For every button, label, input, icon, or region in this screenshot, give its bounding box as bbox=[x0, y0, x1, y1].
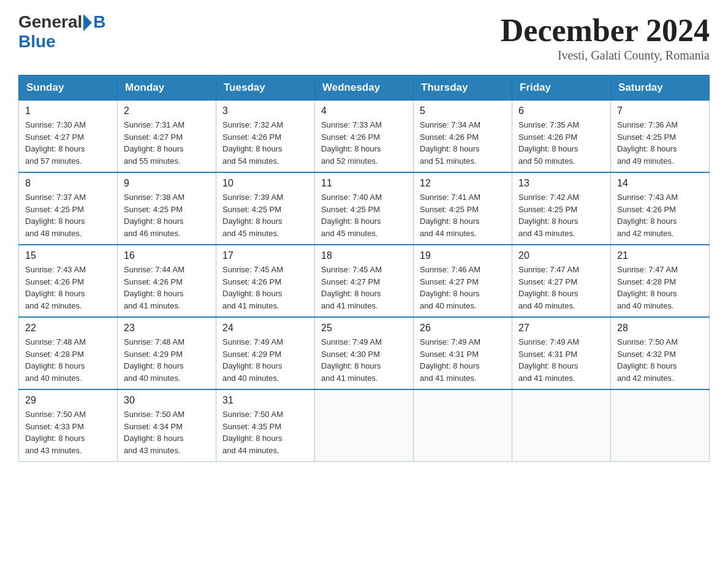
weekday-header: Thursday bbox=[414, 75, 512, 101]
calendar-cell: 7Sunrise: 7:36 AM Sunset: 4:25 PM Daylig… bbox=[611, 101, 710, 173]
weekday-header: Monday bbox=[118, 75, 216, 101]
calendar-week-row: 1Sunrise: 7:30 AM Sunset: 4:27 PM Daylig… bbox=[19, 101, 710, 173]
day-number: 21 bbox=[617, 250, 703, 261]
day-info: Sunrise: 7:50 AM Sunset: 4:32 PM Dayligh… bbox=[617, 336, 703, 384]
logo-blue-text: Blue bbox=[18, 32, 56, 51]
calendar-cell: 19Sunrise: 7:46 AM Sunset: 4:27 PM Dayli… bbox=[414, 245, 512, 317]
weekday-header: Sunday bbox=[19, 75, 118, 101]
calendar-cell: 21Sunrise: 7:47 AM Sunset: 4:28 PM Dayli… bbox=[611, 245, 710, 317]
weekday-header-row: SundayMondayTuesdayWednesdayThursdayFrid… bbox=[19, 75, 710, 101]
day-number: 13 bbox=[518, 178, 604, 189]
calendar-cell: 14Sunrise: 7:43 AM Sunset: 4:26 PM Dayli… bbox=[611, 172, 710, 245]
calendar-cell: 11Sunrise: 7:40 AM Sunset: 4:25 PM Dayli… bbox=[315, 172, 414, 245]
logo-general-text: General bbox=[18, 12, 82, 32]
calendar-cell: 18Sunrise: 7:45 AM Sunset: 4:27 PM Dayli… bbox=[315, 245, 414, 317]
location: Ivesti, Galati County, Romania bbox=[501, 48, 710, 63]
calendar-cell: 3Sunrise: 7:32 AM Sunset: 4:26 PM Daylig… bbox=[216, 101, 315, 173]
day-number: 27 bbox=[518, 323, 604, 334]
calendar-cell bbox=[512, 389, 611, 462]
day-info: Sunrise: 7:31 AM Sunset: 4:27 PM Dayligh… bbox=[124, 119, 210, 167]
day-info: Sunrise: 7:50 AM Sunset: 4:35 PM Dayligh… bbox=[222, 408, 308, 456]
calendar-cell: 8Sunrise: 7:37 AM Sunset: 4:25 PM Daylig… bbox=[19, 172, 118, 245]
day-info: Sunrise: 7:46 AM Sunset: 4:27 PM Dayligh… bbox=[420, 264, 506, 312]
logo-triangle-icon bbox=[83, 14, 92, 31]
day-number: 15 bbox=[25, 250, 111, 261]
day-number: 1 bbox=[25, 105, 111, 117]
day-number: 16 bbox=[124, 250, 210, 261]
day-info: Sunrise: 7:44 AM Sunset: 4:26 PM Dayligh… bbox=[124, 264, 210, 312]
day-info: Sunrise: 7:37 AM Sunset: 4:25 PM Dayligh… bbox=[25, 191, 111, 239]
day-info: Sunrise: 7:50 AM Sunset: 4:33 PM Dayligh… bbox=[25, 408, 111, 456]
day-number: 26 bbox=[420, 323, 506, 334]
day-info: Sunrise: 7:36 AM Sunset: 4:25 PM Dayligh… bbox=[617, 119, 703, 167]
calendar-cell: 26Sunrise: 7:49 AM Sunset: 4:31 PM Dayli… bbox=[414, 317, 512, 389]
day-info: Sunrise: 7:43 AM Sunset: 4:26 PM Dayligh… bbox=[25, 264, 111, 312]
day-number: 5 bbox=[420, 105, 506, 117]
day-info: Sunrise: 7:34 AM Sunset: 4:26 PM Dayligh… bbox=[420, 119, 506, 167]
calendar-cell: 2Sunrise: 7:31 AM Sunset: 4:27 PM Daylig… bbox=[118, 101, 216, 173]
calendar-cell: 20Sunrise: 7:47 AM Sunset: 4:27 PM Dayli… bbox=[512, 245, 611, 317]
weekday-header: Tuesday bbox=[216, 75, 315, 101]
calendar-cell: 17Sunrise: 7:45 AM Sunset: 4:26 PM Dayli… bbox=[216, 245, 315, 317]
day-info: Sunrise: 7:33 AM Sunset: 4:26 PM Dayligh… bbox=[321, 119, 407, 167]
day-number: 10 bbox=[222, 178, 308, 189]
calendar-cell bbox=[315, 389, 414, 462]
day-number: 6 bbox=[518, 105, 604, 117]
day-number: 19 bbox=[420, 250, 506, 261]
calendar-cell: 15Sunrise: 7:43 AM Sunset: 4:26 PM Dayli… bbox=[19, 245, 118, 317]
day-info: Sunrise: 7:47 AM Sunset: 4:27 PM Dayligh… bbox=[518, 264, 604, 312]
day-info: Sunrise: 7:38 AM Sunset: 4:25 PM Dayligh… bbox=[124, 191, 210, 239]
calendar-table: SundayMondayTuesdayWednesdayThursdayFrid… bbox=[18, 75, 710, 462]
logo: General B Blue bbox=[18, 12, 106, 52]
calendar-week-row: 29Sunrise: 7:50 AM Sunset: 4:33 PM Dayli… bbox=[19, 389, 710, 462]
calendar-cell: 16Sunrise: 7:44 AM Sunset: 4:26 PM Dayli… bbox=[118, 245, 216, 317]
day-info: Sunrise: 7:49 AM Sunset: 4:31 PM Dayligh… bbox=[518, 336, 604, 384]
calendar-cell: 30Sunrise: 7:50 AM Sunset: 4:34 PM Dayli… bbox=[118, 389, 216, 462]
day-number: 30 bbox=[124, 395, 210, 406]
day-info: Sunrise: 7:45 AM Sunset: 4:27 PM Dayligh… bbox=[321, 264, 407, 312]
day-number: 9 bbox=[124, 178, 210, 189]
calendar-cell bbox=[414, 389, 512, 462]
day-number: 3 bbox=[222, 105, 308, 117]
calendar-cell: 23Sunrise: 7:48 AM Sunset: 4:29 PM Dayli… bbox=[118, 317, 216, 389]
day-number: 11 bbox=[321, 178, 407, 189]
day-info: Sunrise: 7:50 AM Sunset: 4:34 PM Dayligh… bbox=[124, 408, 210, 456]
day-number: 7 bbox=[617, 105, 703, 117]
day-info: Sunrise: 7:39 AM Sunset: 4:25 PM Dayligh… bbox=[222, 191, 308, 239]
month-title: December 2024 bbox=[501, 12, 710, 48]
day-info: Sunrise: 7:47 AM Sunset: 4:28 PM Dayligh… bbox=[617, 264, 703, 312]
day-info: Sunrise: 7:40 AM Sunset: 4:25 PM Dayligh… bbox=[321, 191, 407, 239]
calendar-week-row: 15Sunrise: 7:43 AM Sunset: 4:26 PM Dayli… bbox=[19, 245, 710, 317]
weekday-header: Wednesday bbox=[315, 75, 414, 101]
day-number: 17 bbox=[222, 250, 308, 261]
calendar-cell: 22Sunrise: 7:48 AM Sunset: 4:28 PM Dayli… bbox=[19, 317, 118, 389]
calendar-cell: 24Sunrise: 7:49 AM Sunset: 4:29 PM Dayli… bbox=[216, 317, 315, 389]
calendar-cell: 27Sunrise: 7:49 AM Sunset: 4:31 PM Dayli… bbox=[512, 317, 611, 389]
day-info: Sunrise: 7:49 AM Sunset: 4:30 PM Dayligh… bbox=[321, 336, 407, 384]
calendar-cell: 31Sunrise: 7:50 AM Sunset: 4:35 PM Dayli… bbox=[216, 389, 315, 462]
calendar-cell: 1Sunrise: 7:30 AM Sunset: 4:27 PM Daylig… bbox=[19, 101, 118, 173]
day-number: 22 bbox=[25, 323, 111, 334]
day-info: Sunrise: 7:32 AM Sunset: 4:26 PM Dayligh… bbox=[222, 119, 308, 167]
calendar-week-row: 8Sunrise: 7:37 AM Sunset: 4:25 PM Daylig… bbox=[19, 172, 710, 245]
day-info: Sunrise: 7:49 AM Sunset: 4:31 PM Dayligh… bbox=[420, 336, 506, 384]
day-info: Sunrise: 7:41 AM Sunset: 4:25 PM Dayligh… bbox=[420, 191, 506, 239]
day-number: 31 bbox=[222, 395, 308, 406]
day-info: Sunrise: 7:48 AM Sunset: 4:28 PM Dayligh… bbox=[25, 336, 111, 384]
calendar-cell: 28Sunrise: 7:50 AM Sunset: 4:32 PM Dayli… bbox=[611, 317, 710, 389]
calendar-cell: 13Sunrise: 7:42 AM Sunset: 4:25 PM Dayli… bbox=[512, 172, 611, 245]
weekday-header: Friday bbox=[512, 75, 611, 101]
page-header: General B Blue December 2024 Ivesti, Gal… bbox=[18, 12, 710, 63]
day-info: Sunrise: 7:30 AM Sunset: 4:27 PM Dayligh… bbox=[25, 119, 111, 167]
calendar-cell: 6Sunrise: 7:35 AM Sunset: 4:26 PM Daylig… bbox=[512, 101, 611, 173]
day-info: Sunrise: 7:45 AM Sunset: 4:26 PM Dayligh… bbox=[222, 264, 308, 312]
day-info: Sunrise: 7:49 AM Sunset: 4:29 PM Dayligh… bbox=[222, 336, 308, 384]
day-number: 2 bbox=[124, 105, 210, 117]
day-number: 28 bbox=[617, 323, 703, 334]
calendar-cell: 9Sunrise: 7:38 AM Sunset: 4:25 PM Daylig… bbox=[118, 172, 216, 245]
day-number: 14 bbox=[617, 178, 703, 189]
day-number: 29 bbox=[25, 395, 111, 406]
day-number: 25 bbox=[321, 323, 407, 334]
day-info: Sunrise: 7:48 AM Sunset: 4:29 PM Dayligh… bbox=[124, 336, 210, 384]
day-info: Sunrise: 7:35 AM Sunset: 4:26 PM Dayligh… bbox=[518, 119, 604, 167]
